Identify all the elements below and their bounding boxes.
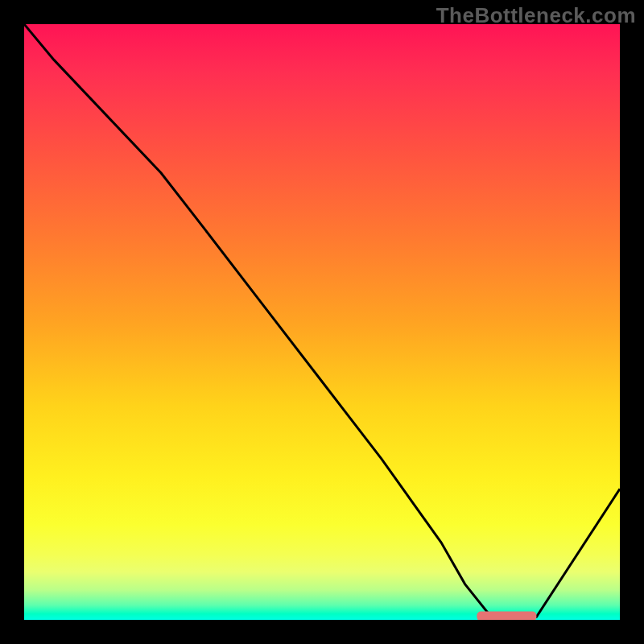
curve-svg [24,24,620,620]
plot-area [24,24,620,620]
curve-line [24,24,620,620]
chart-frame: TheBottleneck.com [0,0,644,644]
minimum-marker [477,612,536,620]
